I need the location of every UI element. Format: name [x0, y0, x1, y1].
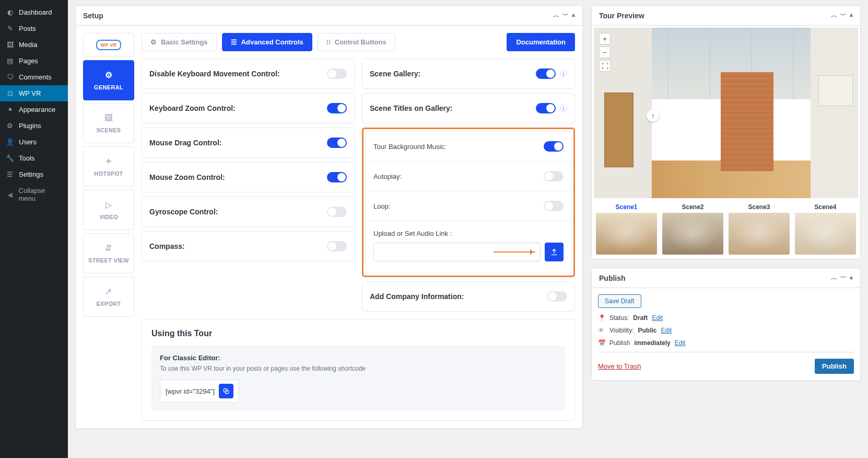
- sidebar-item-plugins[interactable]: ⚙Plugins: [0, 118, 68, 134]
- control-toggle[interactable]: [327, 103, 347, 113]
- pill-label: Basic Settings: [161, 38, 208, 46]
- wp-admin-sidebar: ◐Dashboard✎Posts🖾Media▤Pages🗨Comments⊡WP…: [0, 0, 68, 458]
- tab-scenes[interactable]: 🖼SCENES: [83, 104, 134, 143]
- upload-audio-button[interactable]: [545, 243, 564, 261]
- company-info-toggle[interactable]: [547, 291, 567, 302]
- scene-thumbnail-image: [795, 213, 856, 255]
- tab-general[interactable]: ⚙GENERAL: [83, 60, 134, 100]
- calendar-icon: 📅: [598, 339, 605, 347]
- zoom-in-button[interactable]: +: [599, 33, 611, 44]
- scene-thumb-1[interactable]: Scene1: [596, 203, 657, 255]
- control-label: Compass:: [149, 242, 185, 250]
- tab-hotspot[interactable]: ✦HOTSPOT: [83, 146, 134, 187]
- loop-toggle[interactable]: [544, 201, 564, 211]
- visibility-edit-link[interactable]: Edit: [661, 327, 672, 334]
- autoplay-toggle[interactable]: [544, 171, 564, 181]
- wpvr-logo: WP VR: [83, 33, 134, 57]
- zoom-out-button[interactable]: −: [599, 47, 611, 58]
- using-tour-card: Using this Tour For Classic Editor: To u…: [142, 319, 575, 421]
- tab-label: VIDEO: [99, 214, 118, 220]
- publish-edit-link[interactable]: Edit: [675, 339, 686, 347]
- tab-street-view[interactable]: ⇵STREET VIEW: [83, 233, 134, 273]
- control-toggle[interactable]: [536, 68, 556, 79]
- info-icon[interactable]: i: [560, 105, 567, 112]
- tab-label: HOTSPOT: [94, 170, 123, 177]
- sidebar-item-wp-vr[interactable]: ⊡WP VR: [0, 85, 68, 101]
- control-card: Mouse Zoom Control:: [142, 162, 355, 192]
- scene-thumb-2[interactable]: Scene2: [662, 203, 723, 255]
- sidebar-item-media[interactable]: 🖾Media: [0, 37, 68, 53]
- pill-control-buttons[interactable]: ⁝⁝Control Buttons: [318, 33, 395, 51]
- setup-panel-header: Setup ︿ ﹀ ▴: [76, 6, 582, 26]
- sidebar-item-tools[interactable]: 🔧Tools: [0, 150, 68, 166]
- control-toggle[interactable]: [327, 68, 347, 79]
- documentation-button[interactable]: Documentation: [507, 33, 575, 51]
- sidebar-item-collapse-menu[interactable]: ◀Collapse menu: [0, 182, 68, 207]
- pill-advanced-controls[interactable]: ☰Advanced Controls: [222, 33, 312, 51]
- scene-label: Scene3: [729, 203, 790, 211]
- tab-icon: ▷: [87, 200, 131, 210]
- scene-thumb-3[interactable]: Scene3: [729, 203, 790, 255]
- sidebar-item-settings[interactable]: ☰Settings: [0, 166, 68, 182]
- control-toggle[interactable]: [327, 207, 347, 217]
- sidebar-item-pages[interactable]: ▤Pages: [0, 53, 68, 69]
- sidebar-label: Settings: [19, 170, 43, 178]
- control-toggle[interactable]: [327, 172, 347, 182]
- scene-thumb-4[interactable]: Scene4: [795, 203, 856, 255]
- pill-label: Advanced Controls: [241, 38, 303, 46]
- tab-label: EXPORT: [96, 301, 121, 307]
- tab-export[interactable]: ↗EXPORT: [83, 277, 134, 317]
- sidebar-label: Appearance: [19, 106, 55, 113]
- control-toggle[interactable]: [536, 103, 556, 113]
- pill-icon: ⚙: [150, 38, 157, 46]
- move-to-trash-link[interactable]: Move to Trash: [598, 362, 641, 370]
- control-label: Mouse Drag Control:: [149, 139, 221, 147]
- save-draft-button[interactable]: Save Draft: [598, 294, 641, 308]
- panel-down-icon[interactable]: ﹀: [562, 11, 569, 20]
- panel-down-icon[interactable]: ﹀: [840, 11, 847, 20]
- bg-music-toggle[interactable]: [544, 141, 564, 152]
- panel-toggle-icon[interactable]: ▴: [850, 11, 853, 20]
- sidebar-icon: ◀: [5, 191, 15, 199]
- control-label: Scene Titles on Gallery:: [370, 104, 452, 112]
- publish-panel: Publish ︿ ﹀ ▴ Save Draft 📍 Status: Draft…: [591, 268, 861, 381]
- control-label: Keyboard Zoom Control:: [149, 104, 236, 112]
- panel-toggle-icon[interactable]: ▴: [850, 273, 853, 282]
- copy-shortcode-button[interactable]: [219, 384, 233, 398]
- setup-panel: Setup ︿ ﹀ ▴ WP VR ⚙GENERAL🖼SCENES✦HOTSPO…: [75, 5, 583, 429]
- control-card: Keyboard Zoom Control:: [142, 93, 355, 123]
- fullscreen-button[interactable]: ⛶: [599, 60, 611, 72]
- sidebar-item-appearance[interactable]: ✦Appearance: [0, 101, 68, 118]
- control-label: Gyroscope Control:: [149, 208, 218, 216]
- sidebar-label: Comments: [19, 73, 52, 81]
- pill-basic-settings[interactable]: ⚙Basic Settings: [142, 33, 217, 51]
- publish-button[interactable]: Publish: [815, 359, 854, 374]
- pill-label: Control Buttons: [335, 38, 386, 46]
- panel-up-icon[interactable]: ︿: [831, 11, 837, 20]
- bg-music-card: Tour Background Music: Autoplay: Loop:: [366, 131, 571, 273]
- panel-toggle-icon[interactable]: ▴: [572, 11, 575, 20]
- sidebar-item-users[interactable]: 👤Users: [0, 134, 68, 150]
- panel-down-icon[interactable]: ﹀: [840, 273, 847, 282]
- tab-icon: ⚙: [87, 70, 131, 80]
- sidebar-label: Dashboard: [19, 8, 52, 16]
- panorama-viewer[interactable]: ↑ + − ⛶: [594, 28, 858, 198]
- status-edit-link[interactable]: Edit: [652, 314, 663, 322]
- panel-up-icon[interactable]: ︿: [831, 273, 837, 282]
- sidebar-item-dashboard[interactable]: ◐Dashboard: [0, 4, 68, 20]
- panel-up-icon[interactable]: ︿: [553, 11, 559, 20]
- visibility-value: Public: [638, 327, 656, 334]
- tab-label: GENERAL: [94, 84, 123, 90]
- control-toggle[interactable]: [327, 138, 347, 148]
- tab-video[interactable]: ▷VIDEO: [83, 190, 134, 230]
- control-toggle[interactable]: [327, 241, 347, 251]
- control-label: Disable Keyboard Movement Control:: [149, 70, 280, 78]
- company-info-card: Add Company Information:: [362, 281, 575, 312]
- sidebar-item-comments[interactable]: 🗨Comments: [0, 69, 68, 85]
- publish-label: Publish: [609, 339, 630, 347]
- control-card: Mouse Drag Control:: [142, 128, 355, 158]
- control-card: Scene Titles on Gallery:i: [362, 93, 575, 123]
- sidebar-icon: ▤: [5, 57, 15, 65]
- info-icon[interactable]: i: [560, 70, 567, 77]
- sidebar-item-posts[interactable]: ✎Posts: [0, 20, 68, 37]
